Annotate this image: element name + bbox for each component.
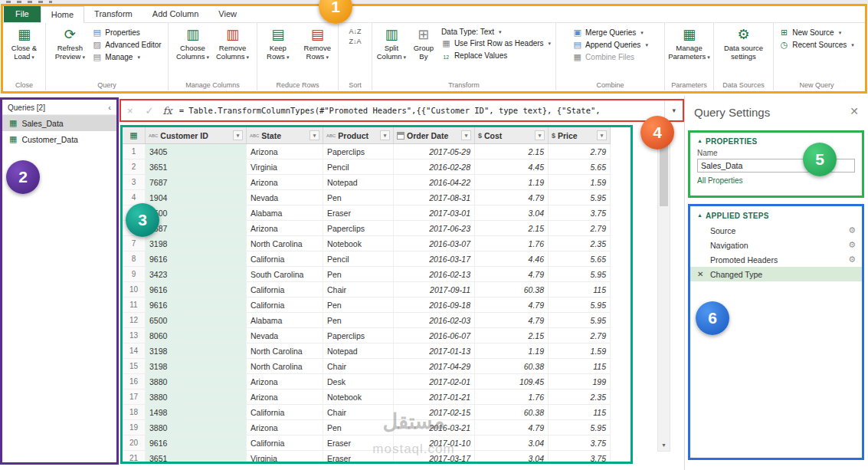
cell-product[interactable]: Eraser — [323, 435, 394, 450]
tab-file[interactable]: File — [4, 6, 41, 22]
cell-product[interactable]: Pencil — [323, 159, 394, 174]
cell-cost[interactable]: 60.38 — [475, 405, 549, 419]
all-properties-link[interactable]: All Properties — [697, 176, 742, 185]
cell-state[interactable]: North Carolina — [247, 359, 323, 373]
cell-customer-id[interactable]: 6500 — [146, 205, 247, 220]
query-item-sales-data[interactable]: ▦ Sales_Data — [2, 115, 116, 131]
cell-product[interactable]: Chair — [323, 282, 394, 297]
query-item-customer-data[interactable]: ▦ Customer_Data — [2, 131, 116, 147]
cell-state[interactable]: South Carolina — [247, 267, 323, 281]
currency-type-icon[interactable]: $ — [552, 132, 555, 140]
cell-state[interactable]: Arizona — [247, 389, 323, 404]
filter-button[interactable]: ▾ — [310, 130, 319, 140]
cell-product[interactable]: Notebook — [323, 389, 394, 404]
cell-product[interactable]: Pen — [323, 420, 394, 435]
recent-sources-button[interactable]: ◷ Recent Sources ▾ — [777, 40, 857, 50]
cell-product[interactable]: Eraser — [323, 205, 394, 220]
cell-customer-id[interactable]: 7687 — [146, 175, 247, 189]
cell-price[interactable]: 2.35 — [549, 389, 611, 404]
cell-cost[interactable]: 3.04 — [475, 451, 549, 464]
row-number[interactable]: 14 — [123, 343, 146, 358]
tab-add-column[interactable]: Add Column — [142, 6, 209, 22]
row-number[interactable]: 18 — [123, 405, 146, 419]
cell-customer-id[interactable]: 3880 — [146, 389, 247, 404]
split-column-button[interactable]: ▥ Split Column▾ — [375, 25, 408, 62]
cell-customer-id[interactable]: 9616 — [146, 251, 247, 266]
keep-rows-button[interactable]: ▤ Keep Rows▾ — [258, 25, 298, 62]
vertical-scrollbar[interactable]: ▲ ▼ — [657, 127, 670, 452]
cell-order-date[interactable]: 2016-03-17 — [394, 251, 475, 266]
row-number[interactable]: 12 — [123, 313, 146, 327]
cell-order-date[interactable]: 2017-06-23 — [394, 221, 475, 235]
scrollbar-thumb[interactable] — [660, 141, 668, 206]
cell-product[interactable]: Pen — [323, 313, 394, 327]
cell-cost[interactable]: 4.79 — [475, 267, 549, 281]
cell-customer-id[interactable]: 3880 — [146, 420, 247, 435]
row-number[interactable]: 17 — [123, 389, 146, 404]
cell-customer-id[interactable]: 3423 — [146, 267, 247, 281]
cell-product[interactable]: Pen — [323, 297, 394, 312]
cell-cost[interactable]: 1.19 — [475, 343, 549, 358]
filter-button[interactable]: ▾ — [380, 130, 390, 140]
cell-cost[interactable]: 4.79 — [475, 297, 549, 312]
cell-price[interactable]: 199 — [549, 374, 611, 389]
filter-button[interactable]: ▾ — [535, 130, 545, 140]
cell-customer-id[interactable]: 3198 — [146, 236, 247, 251]
cell-state[interactable]: California — [247, 435, 323, 450]
cell-product[interactable]: Paperclips — [323, 328, 394, 343]
collapse-pane-icon[interactable]: ‹ — [108, 103, 111, 112]
cell-customer-id[interactable]: 3198 — [146, 343, 247, 358]
cell-price[interactable]: 1.59 — [549, 343, 611, 358]
cell-state[interactable]: California — [247, 405, 323, 419]
cell-price[interactable]: 3.75 — [549, 435, 611, 450]
manage-parameters-button[interactable]: ▦ Manage Parameters▾ — [667, 25, 712, 62]
cell-cost[interactable]: 60.38 — [475, 359, 549, 373]
step-changed-type[interactable]: ✕ Changed Type — [690, 267, 862, 281]
cell-customer-id[interactable]: 3651 — [146, 159, 247, 174]
cell-product[interactable]: Notepad — [323, 343, 394, 358]
cell-customer-id[interactable]: 1904 — [146, 190, 247, 205]
delete-step-icon[interactable]: ✕ — [697, 270, 703, 278]
column-header-customer-id[interactable]: ABC Customer ID ▾ — [146, 127, 247, 143]
select-all-corner[interactable]: ▦ — [123, 127, 146, 143]
filter-button[interactable]: ▾ — [597, 130, 607, 140]
properties-button[interactable]: ▤ Properties — [90, 28, 142, 38]
date-type-icon[interactable] — [397, 132, 405, 140]
cell-order-date[interactable]: 2016-03-21 — [394, 420, 475, 435]
cell-order-date[interactable]: 2017-01-21 — [394, 389, 475, 404]
remove-columns-button[interactable]: ▥ Remove Columns▾ — [213, 25, 253, 62]
cell-customer-id[interactable]: 3198 — [146, 359, 247, 373]
row-number[interactable]: 13 — [123, 328, 146, 343]
cell-state[interactable]: Arizona — [247, 374, 323, 389]
cell-product[interactable]: Chair — [323, 405, 394, 419]
cell-order-date[interactable]: 2016-03-07 — [394, 236, 475, 251]
merge-queries-button[interactable]: ▣ Merge Queries ▾ — [570, 28, 646, 38]
row-number[interactable]: 21 — [123, 451, 146, 464]
cell-product[interactable]: Paperclips — [323, 144, 394, 159]
cell-order-date[interactable]: 2016-06-07 — [394, 328, 475, 343]
cell-state[interactable]: California — [247, 251, 323, 266]
formula-expand-icon[interactable]: ▾ — [664, 100, 683, 120]
row-number[interactable]: 11 — [123, 297, 146, 312]
cell-cost[interactable]: 4.79 — [475, 420, 549, 435]
cell-order-date[interactable]: 2016-04-22 — [394, 175, 475, 189]
gear-icon[interactable]: ⚙ — [848, 240, 856, 250]
cell-state[interactable]: North Carolina — [247, 236, 323, 251]
cell-product[interactable]: Paperclips — [323, 221, 394, 235]
cell-state[interactable]: Nevada — [247, 190, 323, 205]
collapse-section-icon[interactable]: ▲ — [697, 138, 703, 143]
cell-order-date[interactable]: 2017-03-01 — [394, 205, 475, 220]
use-first-row-as-headers-button[interactable]: ▦ Use First Row as Headers ▾ — [439, 38, 553, 48]
row-number[interactable]: 15 — [123, 359, 146, 373]
cell-state[interactable]: Arizona — [247, 175, 323, 189]
cell-state[interactable]: Arizona — [247, 420, 323, 435]
cell-cost[interactable]: 2.15 — [475, 221, 549, 235]
column-header-state[interactable]: ABC State ▾ — [247, 127, 323, 143]
cell-product[interactable]: Desk — [323, 374, 394, 389]
cell-customer-id[interactable]: 9616 — [146, 297, 247, 312]
cell-price[interactable]: 115 — [549, 282, 611, 297]
cell-customer-id[interactable]: 1498 — [146, 405, 247, 419]
cell-order-date[interactable]: 2017-01-13 — [394, 343, 475, 358]
cell-cost[interactable]: 109.45 — [475, 374, 549, 389]
cell-price[interactable]: 115 — [549, 405, 611, 419]
